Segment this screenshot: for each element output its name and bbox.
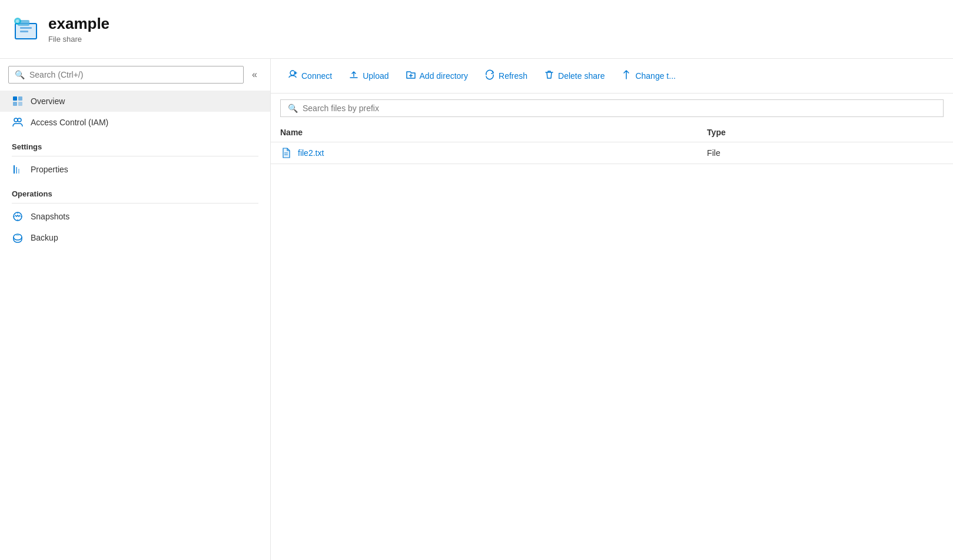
file-browser: 🔍 Name Type — [271, 94, 953, 560]
connect-button[interactable]: Connect — [280, 65, 339, 87]
upload-label: Upload — [363, 71, 388, 81]
svg-rect-7 — [13, 96, 17, 101]
file-name-cell: file2.txt — [271, 142, 698, 164]
sidebar-search-input[interactable] — [29, 70, 237, 79]
overview-icon — [12, 95, 24, 107]
change-tier-label: Change t... — [635, 71, 676, 81]
sidebar-item-overview[interactable]: Overview — [0, 91, 270, 112]
sidebar-item-backup-label: Backup — [31, 233, 58, 242]
app-logo-icon — [12, 15, 40, 44]
sidebar: 🔍 « Overview Access Control (IAM) — [0, 59, 271, 560]
file-type-icon — [280, 147, 292, 159]
refresh-button[interactable]: Refresh — [477, 65, 534, 87]
svg-rect-3 — [20, 27, 32, 29]
toolbar: Connect Upload Add dir — [271, 59, 953, 94]
settings-divider — [12, 156, 258, 156]
file-table: Name Type — [271, 123, 953, 164]
add-directory-button[interactable]: Add directory — [399, 65, 475, 87]
change-tier-button[interactable]: Change t... — [614, 65, 683, 87]
svg-rect-8 — [18, 96, 22, 101]
page-header: example File share — [0, 0, 953, 59]
file-table-header: Name Type — [271, 123, 953, 142]
table-row[interactable]: file2.txt File — [271, 142, 953, 164]
operations-divider — [12, 203, 258, 204]
file-table-body: file2.txt File — [271, 142, 953, 164]
svg-rect-15 — [18, 169, 19, 174]
refresh-label: Refresh — [499, 71, 527, 81]
properties-icon — [12, 164, 24, 175]
file-type-cell: File — [698, 142, 953, 164]
sidebar-item-overview-label: Overview — [31, 96, 65, 106]
svg-rect-13 — [14, 165, 15, 174]
connect-label: Connect — [301, 71, 332, 81]
svg-rect-9 — [13, 102, 17, 106]
main-content: Connect Upload Add dir — [271, 59, 953, 560]
svg-rect-10 — [18, 102, 22, 106]
upload-icon — [348, 69, 359, 82]
change-tier-icon — [621, 69, 632, 82]
sidebar-item-iam[interactable]: Access Control (IAM) — [0, 112, 270, 133]
header-text-block: example File share — [48, 15, 109, 43]
iam-icon — [12, 116, 24, 128]
column-type: Type — [698, 123, 953, 142]
svg-point-12 — [18, 118, 21, 122]
sidebar-item-snapshots[interactable]: Snapshots — [0, 206, 270, 227]
column-name: Name — [271, 123, 698, 142]
file-name[interactable]: file2.txt — [298, 148, 324, 158]
add-directory-icon — [406, 69, 416, 82]
file-search-box[interactable]: 🔍 — [280, 99, 944, 117]
sidebar-item-iam-label: Access Control (IAM) — [31, 118, 108, 127]
page-title: example — [48, 15, 109, 33]
refresh-icon — [484, 69, 495, 82]
connect-icon — [287, 69, 298, 82]
collapse-sidebar-button[interactable]: « — [247, 67, 262, 82]
sidebar-item-properties-label: Properties — [31, 165, 68, 174]
search-icon: 🔍 — [15, 70, 25, 79]
delete-share-button[interactable]: Delete share — [537, 65, 612, 87]
page-subtitle: File share — [48, 35, 109, 44]
snapshots-icon — [12, 211, 24, 222]
operations-section-label: Operations — [0, 180, 270, 201]
svg-point-11 — [14, 118, 18, 122]
sidebar-item-properties[interactable]: Properties — [0, 159, 270, 180]
sidebar-search-box[interactable]: 🔍 — [8, 66, 244, 84]
file-search-icon: 🔍 — [288, 104, 298, 113]
settings-section-label: Settings — [0, 133, 270, 154]
backup-icon — [12, 232, 24, 244]
sidebar-item-snapshots-label: Snapshots — [31, 212, 69, 221]
main-layout: 🔍 « Overview Access Control (IAM) — [0, 59, 953, 560]
sidebar-item-backup[interactable]: Backup — [0, 227, 270, 248]
delete-share-icon — [544, 69, 554, 82]
file-search-input[interactable] — [303, 104, 936, 113]
add-directory-label: Add directory — [420, 71, 468, 81]
svg-rect-14 — [16, 167, 17, 174]
delete-share-label: Delete share — [558, 71, 605, 81]
upload-button[interactable]: Upload — [341, 65, 396, 87]
svg-point-6 — [16, 19, 19, 23]
svg-rect-4 — [20, 31, 28, 32]
